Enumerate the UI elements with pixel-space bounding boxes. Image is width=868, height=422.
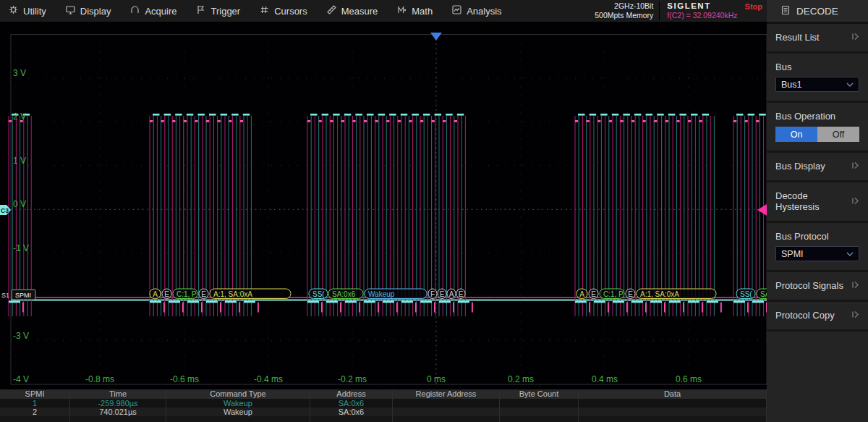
trigger-position-marker[interactable] — [430, 33, 442, 41]
decode-result-table[interactable]: SPMI Time Command Type Address Register … — [0, 389, 767, 422]
waveform-display[interactable]: 3 V2 V1 V0 V-1 V-3 V-4 V-0.8 ms-0.6 ms-0… — [0, 23, 767, 389]
cell-command: Wakeup — [166, 408, 310, 416]
svg-text:E: E — [459, 290, 464, 298]
cell-command: Wakeup — [166, 399, 310, 408]
menu-analysis-label: Analysis — [467, 6, 501, 17]
menu-cursors-label: Cursors — [274, 6, 307, 17]
cell-address: SA:0x6 — [310, 399, 393, 408]
svg-text:3 V: 3 V — [13, 68, 26, 78]
brand-logo: SIGLENT — [667, 1, 737, 11]
svg-text:A: A — [449, 290, 454, 298]
svg-text:0.6 ms: 0.6 ms — [676, 374, 702, 384]
svg-text:E: E — [440, 290, 445, 298]
bus-operation-label: Bus Operation — [775, 111, 859, 122]
svg-text:A: A — [579, 290, 584, 298]
svg-text:-0.2 ms: -0.2 ms — [338, 374, 367, 384]
expand-arrow-icon — [851, 196, 859, 207]
svg-text:-4 V: -4 V — [13, 374, 29, 384]
svg-text:0.2 ms: 0.2 ms — [508, 374, 534, 384]
cell-bytecount — [500, 408, 579, 416]
svg-text:S1: S1 — [1, 292, 9, 299]
result-list-label: Result List — [775, 32, 820, 43]
cursors-icon — [260, 5, 269, 17]
brand-block: SIGLENT f(C2) = 32.09240kHz — [667, 1, 737, 20]
menu-measure[interactable]: Measure — [327, 5, 378, 17]
bus-protocol-select[interactable]: SPMI — [775, 246, 859, 261]
decode-panel-header: DECODE — [767, 0, 868, 24]
col-command-type: Command Type — [166, 389, 310, 399]
panel-title: DECODE — [796, 6, 838, 17]
acquisition-info[interactable]: 2GHz-10Bit 500Mpts Memory — [595, 1, 660, 20]
menu-display[interactable]: Display — [66, 5, 111, 17]
expand-arrow-icon — [851, 161, 859, 172]
result-list-button[interactable]: Result List — [767, 24, 868, 54]
menu-display-label: Display — [80, 6, 111, 17]
protocol-signals-button[interactable]: Protocol Signals — [767, 272, 868, 302]
menu-trigger[interactable]: Trigger — [196, 5, 240, 17]
cell-time: 740.021µs — [70, 408, 166, 416]
chevron-down-icon — [846, 249, 854, 259]
math-icon — [397, 5, 407, 17]
menu-math[interactable]: Math — [397, 5, 433, 17]
cell-address: SA:0x6 — [310, 408, 393, 416]
cell-time: -259.980µs — [70, 399, 166, 408]
analysis-icon — [452, 5, 461, 17]
menu-measure-label: Measure — [341, 6, 378, 17]
svg-text:C:1, P: C:1, P — [603, 290, 624, 298]
clipboard-icon — [781, 5, 790, 17]
svg-text:F: F — [430, 290, 435, 298]
gear-icon — [9, 5, 18, 17]
svg-text:0.4 ms: 0.4 ms — [592, 374, 618, 384]
bus-operation-off-button[interactable]: Off — [817, 127, 859, 142]
bus-display-button[interactable]: Bus Display — [767, 153, 868, 182]
table-row[interactable]: 1 -259.980µs Wakeup SA:0x6 — [0, 399, 767, 408]
cell-index: 1 — [0, 399, 70, 408]
bus-operation-on-button[interactable]: On — [775, 127, 817, 142]
col-data: Data — [579, 389, 767, 399]
cell-data — [579, 408, 767, 416]
sample-rate: 2GHz-10Bit — [595, 1, 653, 11]
menu-utility[interactable]: Utility — [9, 5, 46, 17]
bus-select-value: Bus1 — [781, 80, 802, 90]
svg-text:0 V: 0 V — [13, 199, 26, 209]
table-row[interactable]: 2 740.021µs Wakeup SA:0x6 — [0, 408, 767, 416]
expand-arrow-icon — [851, 32, 859, 43]
menu-cursors[interactable]: Cursors — [260, 5, 307, 17]
bus-display-label: Bus Display — [775, 161, 825, 172]
menu-utility-label: Utility — [23, 6, 46, 17]
protocol-copy-button[interactable]: Protocol Copy — [767, 302, 868, 332]
top-menu-bar: Utility Display Acquire Trigger Cursors … — [0, 0, 767, 23]
bus-label: Bus — [775, 62, 859, 72]
table-row-empty — [0, 416, 767, 422]
col-address: Address — [310, 389, 393, 399]
panel-empty-area — [767, 332, 868, 422]
decode-panel: DECODE Result List Bus Bus1 Bus Operatio… — [767, 0, 868, 422]
decode-hysteresis-button[interactable]: Decode Hysteresis — [767, 182, 868, 223]
col-byte-count: Byte Count — [500, 389, 579, 399]
flag-icon — [196, 5, 205, 17]
trigger-level-marker[interactable] — [757, 204, 767, 216]
svg-text:E: E — [628, 290, 633, 298]
status-cluster: 2GHz-10Bit 500Mpts Memory SIGLENT f(C2) … — [595, 0, 762, 23]
run-state-badge[interactable]: Stop — [745, 1, 762, 11]
menu-acquire[interactable]: Acquire — [130, 5, 176, 17]
expand-arrow-icon — [851, 280, 859, 291]
menu-trigger-label: Trigger — [210, 6, 240, 17]
menu-acquire-label: Acquire — [145, 6, 176, 17]
bus-section: Bus Bus1 — [767, 54, 868, 103]
decode-hysteresis-label: Decode Hysteresis — [775, 190, 851, 212]
bus-select[interactable]: Bus1 — [775, 77, 859, 92]
memory-depth: 500Mpts Memory — [595, 11, 653, 20]
display-icon — [66, 5, 75, 17]
menu-analysis[interactable]: Analysis — [452, 5, 501, 17]
svg-text:E: E — [164, 290, 169, 298]
svg-text:A: A — [153, 290, 158, 298]
acquire-icon — [130, 5, 140, 17]
svg-text:SS(: SS( — [312, 290, 325, 298]
cell-register — [393, 408, 500, 416]
menu: Utility Display Acquire Trigger Cursors … — [0, 5, 502, 17]
svg-text:-3 V: -3 V — [13, 331, 29, 341]
trigger-frequency: f(C2) = 32.09240kHz — [667, 11, 737, 20]
cell-bytecount — [500, 399, 579, 408]
protocol-signals-label: Protocol Signals — [775, 280, 843, 291]
